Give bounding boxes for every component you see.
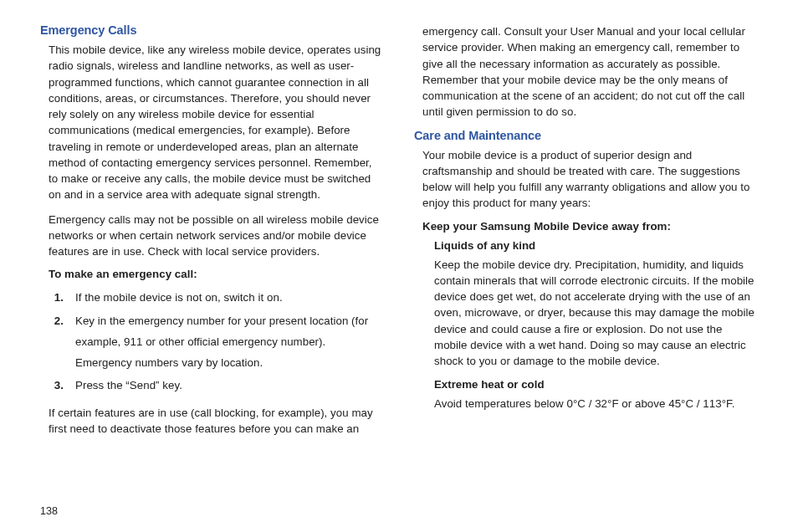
step-text: Key in the emergency number for your pre… [75, 310, 384, 374]
step-number: 2. [49, 310, 75, 374]
left-column: Emergency Calls This mobile device, like… [40, 23, 384, 517]
page-number: 138 [40, 505, 58, 517]
paragraph: emergency call. Consult your User Manual… [414, 23, 758, 120]
step-text: Press the “Send” key. [75, 375, 384, 396]
step-number: 3. [49, 375, 75, 396]
right-column: emergency call. Consult your User Manual… [414, 23, 758, 517]
step-item: 3. Press the “Send” key. [49, 375, 384, 396]
paragraph: This mobile device, like any wireless mo… [40, 42, 384, 203]
step-item: 2. Key in the emergency number for your … [49, 310, 384, 374]
heading-care-maintenance: Care and Maintenance [414, 129, 758, 142]
paragraph: Emergency calls may not be possible on a… [40, 212, 384, 260]
paragraph: Avoid temperatures below 0°C / 32°F or a… [414, 396, 758, 412]
paragraph: If certain features are in use (call blo… [40, 405, 384, 437]
paragraph: Your mobile device is a product of super… [414, 147, 758, 212]
steps-list: 1. If the mobile device is not on, switc… [40, 287, 384, 397]
heading-emergency-calls: Emergency Calls [40, 23, 384, 37]
step-item: 1. If the mobile device is not on, switc… [49, 287, 384, 308]
paragraph: Keep the mobile device dry. Precipitatio… [414, 257, 758, 370]
step-number: 1. [49, 287, 75, 308]
step-text: If the mobile device is not on, switch i… [75, 287, 384, 308]
sub-heading: Keep your Samsung Mobile Device away fro… [414, 220, 758, 233]
sub-sub-heading: Liquids of any kind [414, 239, 758, 252]
sub-sub-heading: Extreme heat or cold [414, 378, 758, 391]
list-heading: To make an emergency call: [40, 268, 384, 280]
